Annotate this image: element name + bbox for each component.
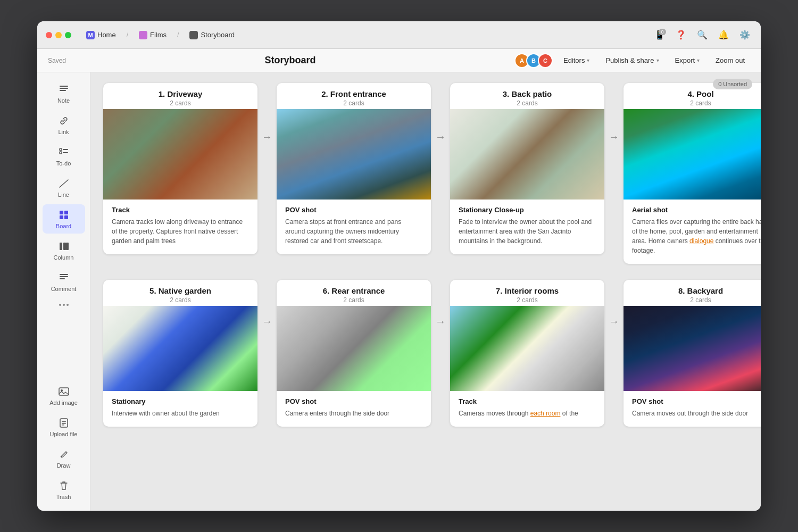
svg-rect-3	[60, 88, 68, 89]
card-rear[interactable]: 6. Rear entrance 2 cards POV shot Camera…	[277, 280, 431, 427]
card-pool-title: 4. Pool	[632, 89, 761, 98]
card-garden[interactable]: 5. Native garden 2 cards Stationary Inte…	[103, 280, 257, 427]
card-wrapper-front: 2. Front entrance 2 cards POV shot Camer…	[277, 83, 450, 254]
maximize-button[interactable]	[65, 32, 71, 38]
card-interior-image	[450, 306, 604, 391]
sidebar-note-label: Note	[57, 97, 70, 104]
link-icon	[57, 114, 70, 127]
search-icon[interactable]: 🔍	[695, 28, 710, 43]
card-rear-shot: POV shot	[285, 397, 422, 405]
card-garden-desc: Interview with owner about the garden	[112, 409, 249, 418]
card-backpatio[interactable]: 3. Back patio 2 cards Stationary Close-u…	[450, 83, 604, 254]
sidebar-item-comment[interactable]: Comment	[43, 267, 85, 296]
card-backyard-header: 8. Backyard 2 cards	[624, 280, 761, 306]
settings-icon[interactable]: ⚙️	[737, 28, 752, 43]
sidebar-item-add-image[interactable]: Add image	[43, 381, 85, 410]
bell-icon[interactable]: 🔔	[716, 28, 731, 43]
traffic-lights	[46, 32, 71, 38]
publish-chevron-icon: ▾	[656, 57, 659, 63]
upload-icon	[57, 417, 70, 429]
pool-dialogue-link[interactable]: dialogue	[689, 237, 713, 245]
note-icon	[57, 83, 70, 96]
card-wrapper-garden: 5. Native garden 2 cards Stationary Inte…	[103, 280, 277, 427]
svg-rect-17	[60, 274, 68, 275]
card-garden-body: Stationary Interview with owner about th…	[103, 391, 257, 427]
sidebar: Note Link To-do Line	[37, 72, 90, 511]
sidebar-item-line[interactable]: Line	[43, 173, 85, 202]
close-button[interactable]	[46, 32, 52, 38]
titlebar: M Home / Films / Storyboard 📱 0 ❓ 🔍 🔔	[37, 21, 761, 49]
arrow-7-8: →	[604, 315, 624, 328]
zoom-out-button[interactable]: Zoom out	[710, 54, 750, 67]
card-interior-title: 7. Interior rooms	[459, 286, 596, 295]
svg-rect-15	[63, 243, 66, 250]
nav-sep-1: /	[127, 31, 128, 39]
svg-rect-19	[60, 278, 65, 279]
sidebar-item-todo[interactable]: To-do	[43, 142, 85, 171]
card-backyard[interactable]: 8. Backyard 2 cards POV shot Camera move…	[624, 280, 761, 427]
card-front-image	[277, 109, 431, 200]
publish-share-button[interactable]: Publish & share ▾	[600, 54, 664, 67]
card-driveway[interactable]: 1. Driveway 2 cards Track Camera tracks …	[103, 83, 257, 254]
svg-rect-13	[64, 215, 68, 219]
card-front-shot: POV shot	[285, 206, 422, 214]
zoom-label: Zoom out	[716, 56, 745, 64]
editors-button[interactable]: Editors ▾	[558, 54, 595, 67]
sidebar-item-link[interactable]: Link	[43, 110, 85, 139]
card-wrapper-interior: 7. Interior rooms 2 cards Track Cameras …	[450, 280, 624, 427]
nav-home[interactable]: M Home	[82, 29, 120, 41]
phone-icon[interactable]: 📱 0	[652, 28, 667, 43]
sidebar-item-trash[interactable]: Trash	[43, 475, 85, 504]
more-options-button[interactable]	[54, 298, 73, 311]
svg-rect-11	[64, 211, 68, 214]
card-interior-desc-after: of the	[560, 410, 578, 417]
dot-3	[66, 304, 69, 306]
export-button[interactable]: Export ▾	[670, 54, 705, 67]
svg-rect-4	[60, 90, 66, 91]
card-backpatio-subtitle: 2 cards	[459, 99, 596, 107]
card-backpatio-title: 3. Back patio	[459, 89, 596, 98]
svg-line-9	[60, 180, 68, 187]
sidebar-item-note[interactable]: Note	[43, 79, 85, 108]
dot-1	[59, 304, 61, 306]
card-pool-shot: Aerial shot	[632, 206, 761, 214]
svg-rect-6	[60, 152, 62, 154]
minimize-button[interactable]	[55, 32, 62, 38]
sidebar-draw-label: Draw	[57, 462, 71, 469]
svg-rect-24	[62, 423, 66, 424]
board-row-1: 1. Driveway 2 cards Track Camera tracks …	[103, 83, 748, 264]
card-rear-subtitle: 2 cards	[285, 296, 422, 304]
card-pool[interactable]: 4. Pool 2 cards Aerial shot Camera flies…	[624, 83, 761, 264]
svg-rect-8	[63, 152, 68, 153]
sidebar-item-column[interactable]: Column	[43, 236, 85, 265]
board-row-2: 5. Native garden 2 cards Stationary Inte…	[103, 280, 748, 427]
sidebar-item-upload[interactable]: Upload file	[43, 412, 85, 442]
card-driveway-title: 1. Driveway	[112, 89, 249, 98]
nav-films[interactable]: Films	[135, 29, 171, 41]
nav-storyboard[interactable]: Storyboard	[185, 29, 239, 41]
card-wrapper-backyard: 8. Backyard 2 cards POV shot Camera move…	[624, 280, 761, 427]
interior-room-link[interactable]: each room	[530, 410, 561, 417]
sidebar-column-label: Column	[54, 254, 74, 261]
nav-home-label: Home	[97, 31, 116, 39]
card-interior[interactable]: 7. Interior rooms 2 cards Track Cameras …	[450, 280, 604, 427]
arrow-1-2: →	[257, 131, 277, 143]
card-backpatio-image	[450, 109, 604, 200]
export-chevron-icon: ▾	[697, 57, 700, 63]
editors-avatars: A B C	[514, 53, 553, 68]
nav-films-label: Films	[150, 31, 167, 39]
card-pool-subtitle: 2 cards	[632, 99, 761, 107]
card-front-desc: Camera stops at front entrance and pans …	[285, 217, 422, 246]
card-front[interactable]: 2. Front entrance 2 cards POV shot Camer…	[277, 83, 431, 254]
saved-status: Saved	[48, 57, 66, 64]
sidebar-item-draw[interactable]: Draw	[43, 444, 85, 473]
help-icon[interactable]: ❓	[674, 28, 688, 43]
svg-point-0	[140, 32, 146, 38]
sidebar-todo-label: To-do	[56, 160, 71, 167]
canvas: 0 Unsorted 1. Driveway 2 cards Track Cam…	[90, 72, 761, 511]
card-garden-image	[103, 306, 257, 391]
publish-label: Publish & share	[605, 56, 654, 64]
titlebar-actions: 📱 0 ❓ 🔍 🔔 ⚙️	[652, 28, 752, 43]
card-garden-header: 5. Native garden 2 cards	[103, 280, 257, 306]
sidebar-item-board[interactable]: Board	[43, 204, 85, 234]
